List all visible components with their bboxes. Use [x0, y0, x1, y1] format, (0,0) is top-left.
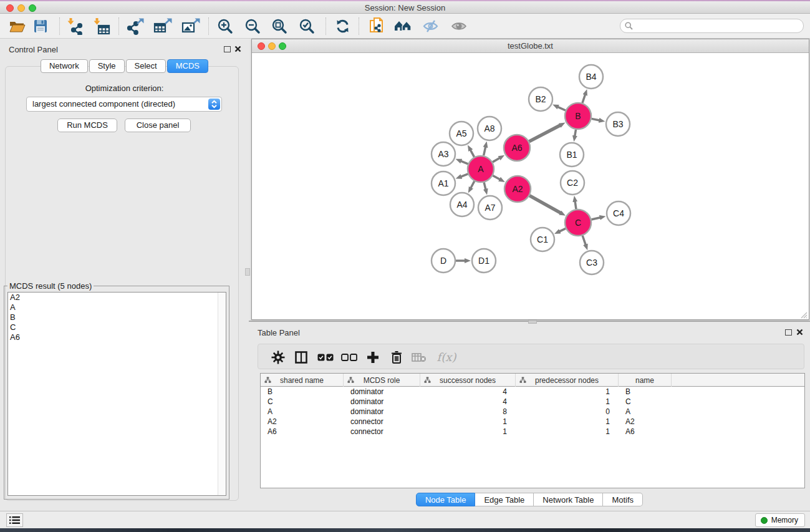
- column-header-successor-nodes[interactable]: successor nodes: [420, 374, 516, 387]
- cell[interactable]: 1: [420, 427, 516, 437]
- float-table-panel-button[interactable]: [785, 329, 792, 336]
- graph-edge-A-A4[interactable]: [471, 181, 475, 188]
- import-table-button[interactable]: [92, 17, 111, 35]
- graph-node-B4[interactable]: B4: [579, 65, 603, 89]
- cell[interactable]: A6: [261, 427, 344, 437]
- select-all-rows-button[interactable]: [317, 349, 334, 365]
- zoom-fit-button[interactable]: [270, 17, 289, 35]
- cell[interactable]: 1: [516, 387, 619, 397]
- graph-edge-A2-C[interactable]: [529, 196, 561, 213]
- result-item-B[interactable]: B: [8, 312, 226, 322]
- cell[interactable]: 1: [516, 397, 619, 407]
- optimization-criterion-select[interactable]: largest connected component (directed): [26, 97, 222, 112]
- cell[interactable]: A6: [619, 427, 672, 437]
- column-header-shared-name[interactable]: shared name: [261, 374, 344, 387]
- network-canvas[interactable]: AA1A2A3A4A5A6A7A8BB1B2B3B4CC1C2C3C4DD1: [253, 54, 808, 319]
- zoom-selected-button[interactable]: [297, 17, 316, 35]
- graph-node-A3[interactable]: A3: [432, 142, 455, 166]
- cell[interactable]: connector: [344, 427, 420, 437]
- tab-edge-table[interactable]: Edge Table: [475, 493, 534, 506]
- graph-node-D1[interactable]: D1: [472, 249, 496, 273]
- graph-node-A1[interactable]: A1: [432, 172, 455, 195]
- tab-node-table[interactable]: Node Table: [416, 493, 476, 506]
- graph-edge-A-A5[interactable]: [470, 150, 474, 157]
- graph-node-A7[interactable]: A7: [478, 196, 502, 220]
- graph-node-A4[interactable]: A4: [450, 193, 474, 216]
- cell[interactable]: 4: [420, 387, 516, 397]
- close-panel-icon[interactable]: [234, 46, 241, 52]
- table-row-B[interactable]: Bdominator41B: [261, 387, 804, 397]
- resize-grip[interactable]: [799, 310, 808, 319]
- table-settings-button[interactable]: [269, 349, 287, 365]
- export-image-button[interactable]: [181, 17, 200, 35]
- save-session-button[interactable]: [31, 17, 50, 35]
- column-header-MCDS-role[interactable]: MCDS role: [344, 374, 420, 387]
- cell[interactable]: connector: [344, 417, 420, 427]
- graph-edge-B-B2[interactable]: [557, 107, 566, 110]
- zoom-out-button[interactable]: [243, 17, 262, 35]
- column-header-name[interactable]: name: [619, 374, 672, 387]
- task-history-button[interactable]: [6, 513, 23, 527]
- graph-node-C2[interactable]: C2: [561, 171, 584, 195]
- graph-edge-C-C4[interactable]: [591, 218, 600, 220]
- result-scrollbar[interactable]: [218, 293, 226, 495]
- graph-node-C[interactable]: C: [565, 210, 591, 236]
- graph-node-B[interactable]: B: [565, 103, 591, 129]
- delete-column-button[interactable]: [388, 349, 405, 365]
- export-table-button[interactable]: [153, 17, 172, 35]
- close-panel-button[interactable]: Close panel: [125, 118, 191, 132]
- graph-edge-C-C2[interactable]: [575, 201, 576, 210]
- cell[interactable]: dominator: [344, 397, 420, 407]
- graph-node-B3[interactable]: B3: [606, 112, 630, 136]
- cell[interactable]: A2: [619, 417, 672, 427]
- cell[interactable]: dominator: [344, 387, 420, 397]
- graph-node-A8[interactable]: A8: [478, 117, 501, 140]
- table-row-C[interactable]: Cdominator41C: [261, 397, 804, 407]
- tab-motifs[interactable]: Motifs: [603, 493, 643, 506]
- graph-edge-C-C3[interactable]: [582, 236, 586, 245]
- graph-edge-B-B3[interactable]: [592, 118, 600, 120]
- cell[interactable]: 0: [516, 407, 619, 417]
- graph-node-A2[interactable]: A2: [504, 176, 531, 202]
- cell[interactable]: A: [619, 407, 672, 417]
- graph-node-D[interactable]: D: [432, 249, 455, 273]
- network-window-titlebar[interactable]: testGlobe.txt: [252, 39, 809, 53]
- column-header-predecessor-nodes[interactable]: predecessor nodes: [516, 374, 619, 387]
- graph-edge-A6-B[interactable]: [529, 125, 561, 142]
- graph-node-B1[interactable]: B1: [560, 143, 584, 167]
- zoom-in-button[interactable]: [216, 17, 234, 35]
- graph-node-C1[interactable]: C1: [531, 228, 554, 251]
- import-network-button[interactable]: [66, 17, 85, 35]
- cell[interactable]: B: [619, 387, 672, 397]
- copy-network-button[interactable]: [368, 17, 387, 35]
- cell[interactable]: 1: [516, 427, 619, 437]
- hide-details-button[interactable]: [422, 17, 440, 35]
- graph-edge-A-A7[interactable]: [484, 182, 486, 189]
- graph-node-B2[interactable]: B2: [529, 87, 552, 111]
- cell[interactable]: 4: [420, 397, 516, 407]
- table-row-A[interactable]: Adominator80A: [261, 407, 804, 417]
- export-network-button[interactable]: [126, 17, 145, 35]
- graph-node-A6[interactable]: A6: [504, 135, 530, 161]
- run-mcds-button[interactable]: Run MCDS: [57, 118, 117, 132]
- graph-edge-A-A8[interactable]: [484, 147, 486, 155]
- tab-network-table[interactable]: Network Table: [534, 493, 603, 506]
- splitter-grip[interactable]: [528, 320, 537, 324]
- result-item-A6[interactable]: A6: [8, 332, 226, 342]
- result-item-A2[interactable]: A2: [8, 293, 226, 302]
- graph-edge-B-B4[interactable]: [582, 94, 586, 103]
- graph-node-A5[interactable]: A5: [450, 122, 473, 145]
- tab-mcds[interactable]: MCDS: [167, 59, 208, 73]
- deselect-all-rows-button[interactable]: [340, 349, 358, 365]
- graph-node-A[interactable]: A: [468, 156, 494, 182]
- graph-edge-A-A6[interactable]: [493, 158, 499, 162]
- panel-splitter-handle[interactable]: [245, 268, 250, 276]
- create-column-button[interactable]: [364, 349, 382, 365]
- cell[interactable]: C: [619, 397, 672, 407]
- open-session-button[interactable]: [7, 17, 26, 35]
- graph-edge-C-C1[interactable]: [559, 228, 566, 231]
- float-panel-button[interactable]: [224, 46, 231, 52]
- result-item-C[interactable]: C: [8, 322, 226, 332]
- refresh-button[interactable]: [333, 17, 352, 35]
- cell[interactable]: A: [261, 407, 344, 417]
